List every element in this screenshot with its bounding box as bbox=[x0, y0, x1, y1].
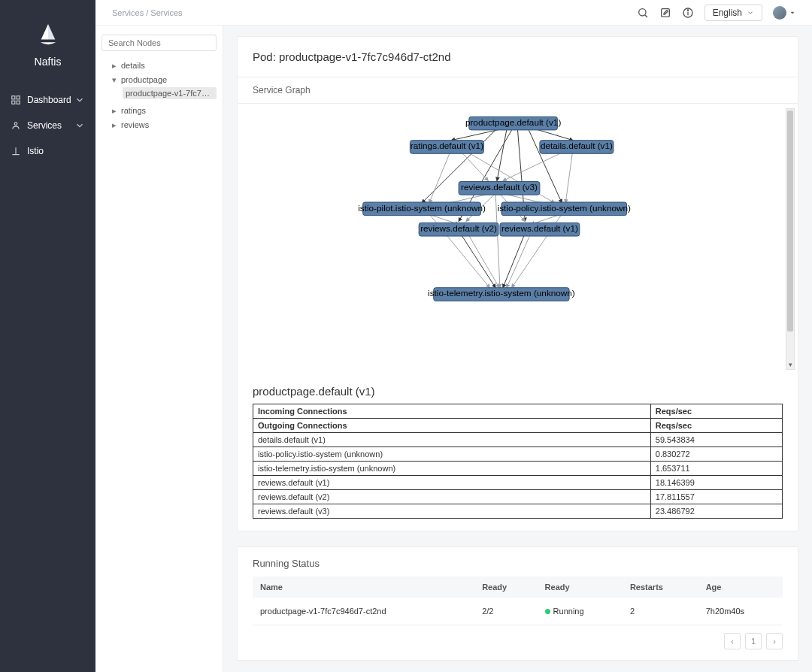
sidebar: Naftis Dashboard Services Istio bbox=[0, 0, 95, 672]
nav-services-label: Services bbox=[27, 120, 62, 131]
pager-page[interactable]: 1 bbox=[745, 633, 762, 649]
tree-ratings[interactable]: ▸ratings bbox=[112, 104, 217, 118]
user-menu[interactable] bbox=[773, 6, 795, 20]
edit-icon[interactable] bbox=[659, 7, 671, 19]
node-reviews-v1[interactable]: reviews.default (v1) bbox=[501, 223, 578, 233]
svg-rect-3 bbox=[17, 96, 20, 99]
svg-line-24 bbox=[565, 149, 573, 203]
nav-dashboard[interactable]: Dashboard bbox=[0, 87, 95, 113]
col-reqs: Reqs/sec bbox=[650, 404, 782, 419]
node-pilot[interactable]: istio-pilot.istio-system (unknown) bbox=[358, 203, 486, 213]
cell-name: productpage-v1-7fc7c946d7-ct2nd bbox=[253, 598, 474, 625]
node-reviews-v3[interactable]: reviews.default (v3) bbox=[461, 182, 538, 192]
status-table: Name Ready Ready Restarts Age productpag… bbox=[253, 577, 783, 625]
tree-productpage-pod[interactable]: productpage-v1-7fc7c946... bbox=[123, 87, 217, 99]
status-title: Running Status bbox=[238, 547, 798, 577]
col-ready2: Ready bbox=[538, 577, 623, 598]
tree-productpage-label: productpage bbox=[121, 75, 167, 84]
svg-rect-9 bbox=[661, 8, 669, 17]
node-reviews-v2[interactable]: reviews.default (v2) bbox=[420, 223, 497, 233]
breadcrumb: Services / Services bbox=[112, 8, 183, 17]
svg-marker-13 bbox=[791, 12, 794, 14]
tree-productpage[interactable]: ▾productpage productpage-v1-7fc7c946... bbox=[112, 73, 217, 104]
services-icon bbox=[11, 120, 21, 131]
cell-state-label: Running bbox=[553, 607, 584, 616]
svg-line-21 bbox=[429, 149, 451, 203]
pager-prev[interactable]: ‹ bbox=[724, 633, 741, 649]
table-row: istio-telemetry.istio-system (unknown)1.… bbox=[253, 462, 783, 476]
col-age: Age bbox=[698, 577, 783, 598]
svg-marker-1 bbox=[48, 24, 55, 40]
svg-rect-4 bbox=[12, 101, 15, 104]
logo bbox=[38, 23, 59, 48]
tree-reviews-label: reviews bbox=[121, 120, 149, 129]
pod-card: Pod: productpage-v1-7fc7c946d7-ct2nd Ser… bbox=[237, 36, 798, 531]
svg-line-32 bbox=[460, 233, 495, 288]
col-ready: Ready bbox=[474, 577, 537, 598]
svg-point-7 bbox=[638, 8, 645, 15]
scroll-thumb[interactable] bbox=[787, 110, 793, 331]
col-restarts: Restarts bbox=[623, 577, 698, 598]
svg-line-16 bbox=[497, 130, 507, 181]
graph-title: Service Graph bbox=[238, 77, 798, 104]
dashboard-icon bbox=[11, 95, 21, 105]
language-label: English bbox=[713, 8, 742, 18]
nav-dashboard-label: Dashboard bbox=[27, 95, 71, 105]
nav-services[interactable]: Services bbox=[0, 113, 95, 138]
node-details[interactable]: details.default (v1) bbox=[541, 141, 613, 150]
svg-line-35 bbox=[507, 233, 531, 288]
node-ratings[interactable]: ratings.default (v1) bbox=[411, 141, 483, 150]
chevron-down-icon bbox=[74, 120, 85, 131]
svg-point-6 bbox=[14, 123, 17, 126]
istio-icon bbox=[11, 146, 21, 156]
table-row: reviews.default (v2)17.811557 bbox=[253, 490, 783, 504]
tree-ratings-label: ratings bbox=[121, 106, 146, 115]
svg-point-12 bbox=[687, 10, 688, 11]
col-name: Name bbox=[253, 577, 474, 598]
table-row: reviews.default (v3)23.486792 bbox=[253, 504, 783, 519]
tree-details-label: details bbox=[121, 61, 145, 70]
col-outgoing: Outgoing Connections bbox=[253, 419, 651, 433]
col-incoming: Incoming Connections bbox=[253, 404, 651, 419]
pager-next[interactable]: › bbox=[766, 633, 783, 649]
cell-restarts: 2 bbox=[623, 598, 698, 625]
tree-pane: ▸details ▾productpage productpage-v1-7fc… bbox=[95, 26, 223, 672]
col-reqs2: Reqs/sec bbox=[650, 419, 782, 433]
tree-reviews[interactable]: ▸reviews bbox=[112, 118, 217, 132]
brand-name: Naftis bbox=[35, 56, 62, 68]
language-select[interactable]: English bbox=[704, 5, 762, 21]
node-telemetry[interactable]: istio-telemetry.istio-system (unknown) bbox=[428, 288, 575, 298]
topbar: Services / Services English bbox=[95, 0, 812, 26]
cell-age: 7h20m40s bbox=[698, 598, 783, 625]
table-row: details.default (v1)59.543834 bbox=[253, 433, 783, 447]
search-icon[interactable] bbox=[637, 7, 649, 19]
table-row: reviews.default (v1)18.146399 bbox=[253, 476, 783, 490]
svg-line-34 bbox=[503, 233, 525, 288]
status-card: Running Status Name Ready Ready Restarts… bbox=[237, 546, 798, 661]
node-policy[interactable]: istio-policy.istio-system (unknown) bbox=[498, 203, 631, 213]
svg-rect-5 bbox=[17, 101, 20, 104]
node-productpage[interactable]: productpage.default (v1) bbox=[465, 117, 561, 127]
svg-line-8 bbox=[644, 14, 647, 17]
nav-istio[interactable]: Istio bbox=[0, 138, 95, 164]
chevron-down-icon bbox=[747, 9, 754, 17]
tree-details[interactable]: ▸details bbox=[112, 59, 217, 73]
connections-table: Incoming ConnectionsReqs/sec Outgoing Co… bbox=[253, 404, 783, 519]
table-row: istio-policy.istio-system (unknown)0.830… bbox=[253, 447, 783, 462]
svg-marker-0 bbox=[41, 24, 47, 40]
avatar bbox=[773, 6, 786, 20]
nav-istio-label: Istio bbox=[27, 146, 44, 156]
search-input[interactable] bbox=[102, 35, 217, 51]
pod-title: Pod: productpage-v1-7fc7c946d7-ct2nd bbox=[238, 37, 798, 77]
caret-down-icon bbox=[789, 10, 795, 16]
info-icon[interactable] bbox=[682, 7, 694, 19]
service-graph[interactable]: productpage.default (v1) ratings.default… bbox=[238, 104, 798, 374]
status-dot-icon bbox=[545, 609, 550, 614]
graph-scrollbar[interactable]: ▴ ▾ bbox=[786, 108, 795, 370]
cell-ready: 2/2 bbox=[474, 598, 537, 625]
conn-section-title: productpage.default (v1) bbox=[238, 374, 798, 404]
table-row: productpage-v1-7fc7c946d7-ct2nd 2/2 Runn… bbox=[253, 598, 783, 625]
cell-state: Running bbox=[538, 598, 623, 625]
chevron-down-icon bbox=[74, 95, 85, 105]
scroll-down-button[interactable]: ▾ bbox=[786, 360, 794, 369]
